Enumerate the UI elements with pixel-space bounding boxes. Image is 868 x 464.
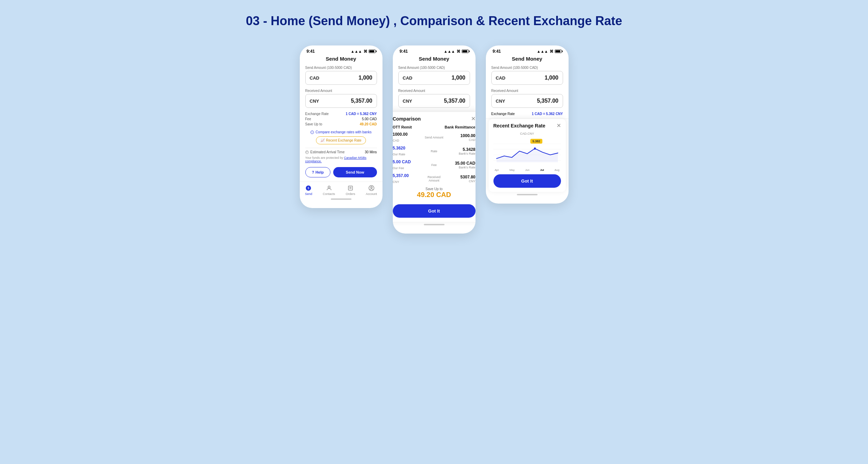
receive-currency-3: CNY [496,99,505,104]
receive-amount-1: 5,357.00 [351,98,372,104]
receive-label-2: Received Amount [398,89,470,93]
exchange-rate-button-1[interactable]: 📈 Recent Exchange Rate [316,136,366,144]
screen-content-1: Send Money Send Amount (100-5000 CAD) CA… [300,56,382,177]
ott-fee-sub: Our Fee [393,166,404,170]
ott-send-val: 1000.00 [393,132,424,137]
close-button-2[interactable]: ✕ [471,116,476,122]
chart-area-3: 5.382 [493,138,561,166]
comp-center-send: Send Amount [424,136,445,139]
svg-point-2 [328,186,330,188]
exchange-rate-label-1: Exchange Rate [305,112,329,116]
receive-amount-3: 5,357.00 [537,98,558,104]
save-label-1: Save Up to [305,122,322,126]
comp-row-fee: 5.00 CAD Our Fee Fee 35.00 CAD Bank's Ra… [393,159,476,171]
receive-amount-2: 5,357.00 [444,98,465,104]
nav-label-account-1: Account [366,192,377,196]
nav-send-1[interactable]: $ Send [305,185,312,196]
comp-left-received: 5,357.00 CNY [393,173,424,184]
ott-fee-val: 5.00 CAD [393,159,424,164]
close-button-3[interactable]: ✕ [556,123,561,128]
ott-rate-val: 5.3620 [393,146,424,151]
exchange-rate-btn-label-1: Recent Exchange Rate [326,138,361,142]
comp-right-send: 1000.00 CAD [445,133,476,142]
bank-send-sub: CAD [445,138,476,142]
exchange-rate-row-1: Exchange Rate 1 CAD = 5.362 CNY [305,112,377,116]
save-amount-2: 49.20 CAD [393,191,476,199]
comp-left-send: 1000.00 CAD [393,132,424,143]
exchange-rate-value-3: 1 CAD = 5.362 CNY [532,112,563,116]
got-it-button-3[interactable]: Got It [493,174,561,188]
exchange-rate-partial-3: Exchange Rate 1 CAD = 5.362 CNY [486,112,569,119]
send-label-3: Send Amount (100-5000 CAD) [491,66,563,70]
nav-label-send-1: Send [305,192,312,196]
screen-title-3: Send Money [491,56,563,62]
screen-top-3: Send Money Send Amount (100-5000 CAD) CA… [486,56,569,108]
receive-amount-field-3[interactable]: CNY 5,357.00 [491,94,563,108]
fee-row-1: Fee 5.00 CAD [305,117,377,121]
send-button-1[interactable]: Send Now [333,167,377,177]
x-label-aug: Aug [554,168,559,172]
arrival-value-1: 30 Mins [365,150,377,154]
comp-row-received: 5,357.00 CNY Received Amount 5307.80 CNY [393,173,476,184]
fee-label-1: Fee [305,117,311,121]
receive-label-1: Received Amount [305,89,377,93]
comp-right-rate: 5.3428 Bank's Rate [445,147,476,155]
bank-rate-sub: Bank's Rate [445,152,476,155]
send-amount-field-2[interactable]: CAD 1,000 [398,71,470,85]
receive-currency-2: CNY [403,99,412,104]
svg-point-13 [534,147,535,149]
compare-link-text-1: Compare exchange rates with banks [316,130,371,134]
rate-modal-header-3: Recent Exchange Rate ✕ [493,123,561,128]
home-indicator-1 [331,198,351,200]
send-amount-2: 1,000 [451,75,465,81]
status-icons-1: ▲▲▲ ⌘ [351,49,376,54]
comp-header-2: OTT Remit Bank Remittance [393,125,476,129]
chart-x-labels-3: Apr May Jun Jul Aug [493,168,561,172]
nav-orders-1[interactable]: Orders [346,185,355,196]
arrival-row-1: ⏱ Estimated Arrival Time 30 Mins [305,150,377,154]
save-section-2: Save Up to 49.20 CAD [393,187,476,199]
info-icon-1: i [310,131,314,134]
send-nav-icon-1: $ [305,185,312,192]
compare-link-1[interactable]: i Compare exchange rates with banks [310,130,371,134]
status-bar-1: 9:41 ▲▲▲ ⌘ [300,45,382,56]
x-label-may: May [509,168,514,172]
x-label-jun: Jun [525,168,530,172]
nav-account-1[interactable]: Account [366,185,377,196]
arrival-label-wrapper: ⏱ Estimated Arrival Time [305,150,345,154]
status-bar-2: 9:41 ▲▲▲ ⌘ [393,45,476,56]
chart-tooltip-3: 5.382 [530,139,542,144]
got-it-button-2[interactable]: Got It [393,204,476,218]
orders-nav-icon-1 [347,185,354,192]
nav-label-contacts-1: Contacts [323,192,335,196]
nav-contacts-1[interactable]: Contacts [323,185,335,196]
ott-send-sub: CAD [393,139,399,142]
svg-marker-12 [496,148,558,162]
help-button-1[interactable]: ? Help [305,167,330,177]
exchange-rate-label-3: Exchange Rate [491,112,515,116]
bank-fee-sub: Bank's Rate [445,166,476,169]
svg-point-7 [371,187,372,188]
receive-amount-field-2[interactable]: CNY 5,357.00 [398,94,470,108]
screen-title-1: Send Money [305,56,377,62]
rate-modal-3: Recent Exchange Rate ✕ CAD.CNY 5.382 [489,119,566,192]
receive-currency-1: CNY [310,99,319,104]
save-row-1: Save Up to 49.20 CAD [305,122,377,126]
send-amount-field-3[interactable]: CAD 1,000 [491,71,563,85]
compare-link-wrapper: i Compare exchange rates with banks [305,128,377,134]
send-amount-field-1[interactable]: CAD 1,000 [305,71,377,85]
contacts-nav-icon-1 [326,185,333,192]
battery-1 [369,50,376,53]
wifi-icon-1: ⌘ [364,49,367,54]
bank-received-val: 5307.80 [445,175,476,179]
send-amount-3: 1,000 [544,75,558,81]
home-indicator-3 [517,194,538,195]
comp-row-rate: 5.3620 Our Rate Rate 5.3428 Bank's Rate [393,146,476,157]
bank-fee-val: 35.00 CAD [445,161,476,166]
phones-container: 9:41 ▲▲▲ ⌘ Send Money Send Amount (100-5… [300,45,569,234]
comp-left-fee: 5.00 CAD Our Fee [393,159,424,171]
receive-amount-field-1[interactable]: CNY 5,357.00 [305,94,377,108]
phone-2: 9:41 ▲▲▲ ⌘ Send Money Send Amount (100-5… [393,45,476,234]
rate-modal-title-3: Recent Exchange Rate [493,123,545,128]
send-label-2: Send Amount (100-5000 CAD) [398,66,470,70]
